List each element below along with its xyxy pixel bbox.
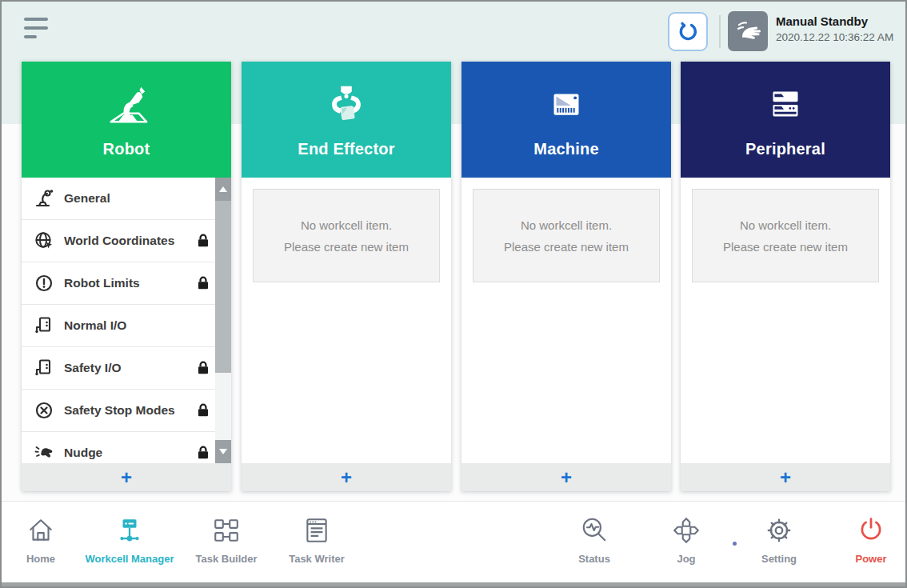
lock-icon — [197, 276, 210, 291]
machine-add-button[interactable]: + — [461, 463, 671, 491]
robot-mode-label: Manual Standby — [776, 14, 893, 28]
safety-io-icon — [34, 358, 54, 378]
end-effector-column-header[interactable]: End Effector — [242, 62, 451, 178]
scroll-down-button[interactable] — [215, 440, 231, 463]
status-icon — [580, 516, 609, 545]
list-item-world-coordinates[interactable]: World Coordinates — [22, 220, 231, 262]
end-effector-add-button[interactable]: + — [242, 463, 451, 491]
header-divider — [719, 15, 721, 48]
bottom-navigation: Home Workcell Manager — [2, 501, 905, 586]
peripheral-column: Peripheral No workcell item. Please crea… — [681, 62, 890, 491]
list-item-safety-stop-modes[interactable]: Safety Stop Modes — [22, 390, 231, 432]
lock-icon — [197, 361, 210, 376]
general-icon — [34, 188, 54, 209]
normal-io-icon — [34, 315, 54, 336]
list-item-nudge[interactable]: Nudge — [22, 432, 231, 463]
robot-item-list: General World Coordinates — [22, 178, 231, 463]
peripheral-column-header[interactable]: Peripheral — [681, 62, 890, 178]
robot-column-body: General World Coordinates — [22, 178, 231, 491]
setting-icon — [765, 516, 793, 545]
lock-icon — [197, 403, 210, 418]
plus-icon: + — [780, 466, 791, 489]
world-coordinates-icon — [34, 230, 54, 251]
robot-column-title: Robot — [103, 140, 150, 158]
plus-icon: + — [341, 466, 352, 489]
end-effector-column-title: End Effector — [298, 140, 394, 158]
robot-limits-icon — [34, 273, 54, 294]
nudge-icon — [34, 442, 54, 463]
home-icon — [26, 516, 55, 545]
scroll-up-button[interactable] — [215, 178, 231, 201]
jog-icon — [672, 516, 701, 545]
lock-icon — [197, 446, 210, 461]
safety-stop-icon — [34, 400, 54, 421]
robot-mode-badge[interactable] — [728, 11, 768, 51]
empty-workcell-panel: No workcell item. Please create new item — [253, 189, 440, 282]
machine-icon — [541, 81, 591, 130]
hamburger-menu-icon — [24, 18, 48, 21]
end-effector-icon — [322, 81, 371, 130]
list-item-robot-limits[interactable]: Robot Limits — [22, 262, 231, 305]
peripheral-column-title: Peripheral — [745, 140, 825, 158]
workcell-manager-icon — [115, 516, 144, 545]
machine-column: Machine No workcell item. Please create … — [461, 62, 671, 491]
nav-power[interactable]: Power — [815, 516, 907, 565]
end-effector-column: End Effector No workcell item. Please cr… — [242, 62, 451, 491]
list-item-safety-io[interactable]: Safety I/O — [22, 347, 231, 390]
plus-icon: + — [121, 466, 132, 489]
task-builder-icon — [212, 516, 241, 545]
nav-workcell-manager[interactable]: Workcell Manager — [74, 516, 186, 565]
empty-workcell-panel: No workcell item. Please create new item — [692, 189, 879, 282]
robot-column: Robot General — [22, 62, 231, 491]
peripheral-icon — [761, 81, 810, 130]
plus-icon: + — [561, 466, 572, 489]
workcell-manager-screen: Manual Standby 2020.12.22 10:36:22 AM Ro… — [0, 0, 907, 588]
robot-arm-icon — [102, 81, 151, 130]
list-item-normal-io[interactable]: Normal I/O — [22, 305, 231, 347]
power-icon — [857, 516, 885, 545]
machine-column-title: Machine — [533, 140, 598, 158]
peripheral-column-body: No workcell item. Please create new item… — [681, 178, 890, 491]
scrollbar-thumb[interactable] — [215, 201, 231, 373]
robot-status: Manual Standby 2020.12.22 10:36:22 AM — [776, 14, 893, 43]
robot-column-header[interactable]: Robot — [22, 62, 231, 178]
machine-column-body: No workcell item. Please create new item… — [461, 178, 671, 491]
end-effector-column-body: No workcell item. Please create new item… — [242, 178, 451, 491]
robot-add-button[interactable]: + — [22, 463, 231, 491]
empty-workcell-panel: No workcell item. Please create new item — [473, 189, 660, 282]
status-timestamp: 2020.12.22 10:36:22 AM — [776, 31, 893, 43]
nav-task-writer[interactable]: Task Writer — [261, 516, 373, 565]
gripper-tool-icon — [677, 21, 699, 43]
task-writer-icon — [302, 516, 331, 545]
menu-button[interactable] — [24, 16, 53, 45]
manual-hand-icon — [733, 17, 762, 46]
machine-column-header[interactable]: Machine — [461, 62, 671, 178]
list-item-general[interactable]: General — [22, 178, 231, 220]
robot-list-scrollbar[interactable] — [215, 178, 231, 463]
robot-tool-button[interactable] — [668, 12, 708, 51]
lock-icon — [197, 234, 210, 249]
scroll-down-icon — [219, 449, 227, 454]
scroll-up-icon — [219, 186, 227, 192]
peripheral-add-button[interactable]: + — [681, 463, 890, 491]
